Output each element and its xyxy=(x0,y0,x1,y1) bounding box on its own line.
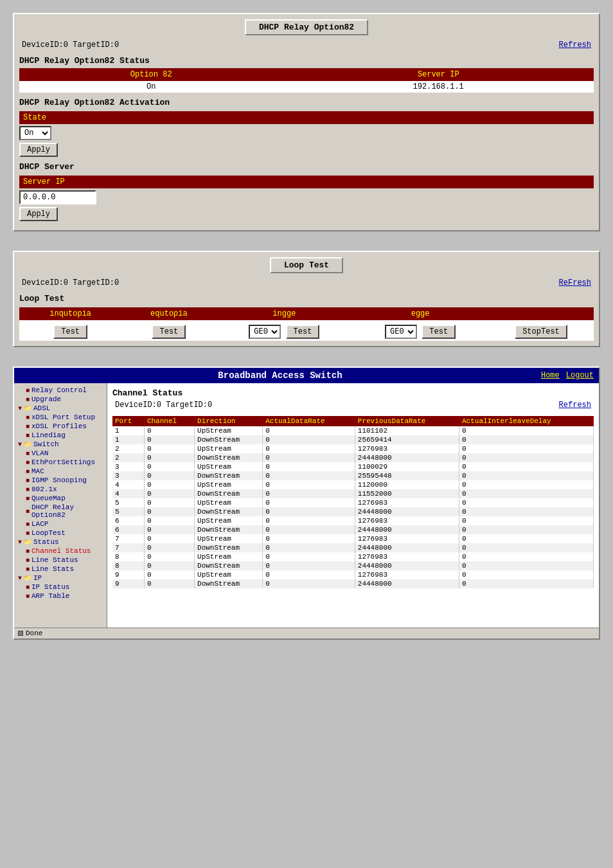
loop-test-col-inqutopia: inqutopia xyxy=(19,307,121,320)
folder-icon-status: ▼ xyxy=(18,539,22,546)
loop-test-col-equtopia: equtopia xyxy=(121,307,216,320)
folder-status: 📁 xyxy=(24,538,31,546)
table-row: 30DownStream0255954480 xyxy=(112,471,594,480)
ch-col-port: Port xyxy=(112,416,144,426)
doc-icon-ip-status: ■ xyxy=(26,584,30,591)
sidebar-item-switch[interactable]: ▼ 📁 Switch xyxy=(17,440,104,449)
scroll-indicator xyxy=(18,631,23,636)
doc-icon-igmp: ■ xyxy=(26,477,30,484)
broadband-titlebar: Broadband Access Switch Home Logout xyxy=(14,368,599,383)
broadband-logout-link[interactable]: Logout xyxy=(566,371,594,380)
sidebar-item-ip-status[interactable]: ■ IP Status xyxy=(24,583,104,592)
dhcp-server-ip-label: Server IP xyxy=(19,176,594,188)
sidebar-item-ethport[interactable]: ■ EthPortSettings xyxy=(24,458,104,467)
sidebar-item-queuemap[interactable]: ■ QueueMap xyxy=(24,494,104,503)
status-done-label: Done xyxy=(26,629,42,637)
broadband-home-link[interactable]: Home xyxy=(541,371,560,380)
broadband-body: ■ Relay Control ■ Upgrade ▼ 📁 ADSL ■ xDS… xyxy=(14,383,599,628)
dhcp-apply-button[interactable]: Apply xyxy=(19,143,58,157)
loop-test-ingge-cell: GE0 GE1 Test xyxy=(217,320,353,341)
dhcp-status-table: Option 82 Server IP On 192.168.1.1 xyxy=(19,68,594,93)
dhcp-relay-device-row: DeviceID:0 TargetID:0 Refresh xyxy=(19,41,594,50)
broadband-content: Channel Status DeviceID:0 TargetID:0 Ref… xyxy=(107,383,599,628)
loop-test-col-empty xyxy=(488,307,594,320)
sidebar-item-status[interactable]: ▼ 📁 Status xyxy=(17,538,104,547)
doc-icon-channel: ■ xyxy=(26,548,30,555)
sidebar-item-upgrade[interactable]: ■ Upgrade xyxy=(24,395,104,404)
channel-status-table: Port Channel Direction ActualDataRate Pr… xyxy=(112,416,594,588)
doc-icon-8021x: ■ xyxy=(26,486,30,493)
sidebar-label-channel-status: Channel Status xyxy=(31,547,91,555)
broadband-status-bar: Done xyxy=(14,628,599,638)
loop-test-ingge-select[interactable]: GE0 GE1 xyxy=(249,325,281,339)
sidebar-item-mac[interactable]: ■ MAC xyxy=(24,467,104,476)
sidebar-item-lacp[interactable]: ■ LACP xyxy=(24,520,104,529)
dhcp-activation-header: DHCP Relay Option82 Activation xyxy=(19,98,594,107)
loop-test-btn3[interactable]: Test xyxy=(286,325,320,339)
loop-test-btn2[interactable]: Test xyxy=(152,325,186,339)
dhcp-server-header: DHCP Server xyxy=(19,162,594,172)
dhcp-relay-title: DHCP Relay Option82 xyxy=(245,19,368,35)
loop-test-egge-cell: GE0 GE1 Test xyxy=(352,320,488,341)
sidebar-item-adsl[interactable]: ▼ 📁 ADSL xyxy=(17,404,104,413)
sidebar-label-looptest: LoopTest xyxy=(31,529,66,537)
sidebar-item-8021x[interactable]: ■ 802.1x xyxy=(24,485,104,494)
table-row: 90DownStream0244480000 xyxy=(112,579,594,588)
doc-icon-queuemap: ■ xyxy=(26,495,30,502)
sidebar-item-linediag[interactable]: ■ Linediag xyxy=(24,431,104,440)
sidebar-item-line-status[interactable]: ■ Line Status xyxy=(24,556,104,565)
sidebar-item-ip[interactable]: ▼ 📁 IP xyxy=(17,574,104,583)
doc-icon-linediag: ■ xyxy=(26,432,30,439)
sidebar-item-igmp[interactable]: ■ IGMP Snooping xyxy=(24,476,104,485)
sidebar-label-ip-status: IP Status xyxy=(31,583,69,591)
dhcp-relay-refresh-link[interactable]: Refresh xyxy=(559,41,591,50)
sidebar-item-arp-table[interactable]: ■ ARP Table xyxy=(24,592,104,601)
loop-test-btn1[interactable]: Test xyxy=(53,325,87,339)
doc-icon-line-status: ■ xyxy=(26,557,30,564)
dhcp-status-header: DHCP Relay Option82 Status xyxy=(19,56,594,66)
loop-test-egge-select[interactable]: GE0 GE1 xyxy=(385,325,417,339)
doc-icon-arp: ■ xyxy=(26,593,30,600)
table-row: 50UpStream012769830 xyxy=(112,498,594,507)
doc-icon-xdsl-port: ■ xyxy=(26,414,30,421)
dhcp-relay-title-bar: DHCP Relay Option82 xyxy=(19,19,594,35)
ch-col-direction: Direction xyxy=(195,416,263,426)
doc-icon-ethport: ■ xyxy=(26,459,30,466)
dhcp-state-select[interactable]: On Off xyxy=(19,126,51,140)
sidebar-item-dhcp-relay[interactable]: ■ DHCP Relay Option82 xyxy=(24,503,104,520)
sidebar-label-upgrade: Upgrade xyxy=(31,395,61,403)
sidebar-item-relay-control[interactable]: ■ Relay Control xyxy=(24,386,104,395)
sidebar-item-xdsl-profiles[interactable]: ■ xDSL Profiles xyxy=(24,422,104,431)
loop-test-device-info: DeviceID:0 TargetID:0 xyxy=(22,278,119,287)
table-row: 40DownStream0115520000 xyxy=(112,489,594,498)
dhcp-apply2-button[interactable]: Apply xyxy=(19,207,58,221)
sidebar-label-ip: IP xyxy=(33,574,42,582)
ch-col-prev-rate: PreviousDataRate xyxy=(355,416,459,426)
sidebar-item-line-stats[interactable]: ■ Line Stats xyxy=(24,565,104,574)
sidebar-label-xdsl-port: xDSL Port Setup xyxy=(31,413,95,421)
sidebar-label-dhcp-relay: DHCP Relay Option82 xyxy=(31,503,103,519)
dhcp-server-ip-input[interactable] xyxy=(19,190,96,204)
sidebar-label-linediag: Linediag xyxy=(31,431,66,439)
loop-test-stoptest-btn[interactable]: StopTest xyxy=(515,325,567,339)
dhcp-server-section: Server IP Apply xyxy=(19,176,594,221)
folder-adsl: 📁 xyxy=(24,404,31,412)
sidebar-item-channel-status[interactable]: ■ Channel Status xyxy=(24,547,104,556)
table-row: 20UpStream012769830 xyxy=(112,444,594,453)
loop-test-table: inqutopia equtopia ingge egge Test Test … xyxy=(19,307,594,341)
channel-status-refresh-link[interactable]: Refresh xyxy=(559,401,591,410)
sidebar-item-xdsl-port[interactable]: ■ xDSL Port Setup xyxy=(24,413,104,422)
table-row: 80UpStream012769830 xyxy=(112,552,594,561)
sidebar-label-igmp: IGMP Snooping xyxy=(31,476,87,484)
doc-icon-vlan: ■ xyxy=(26,450,30,457)
sidebar-item-vlan[interactable]: ■ VLAN xyxy=(24,449,104,458)
sidebar-label-line-status: Line Status xyxy=(31,556,78,564)
doc-icon-lacp: ■ xyxy=(26,521,30,528)
sidebar-label-8021x: 802.1x xyxy=(31,485,57,493)
channel-status-device-row: DeviceID:0 TargetID:0 Refresh xyxy=(112,401,594,410)
loop-test-title: Loop Test xyxy=(270,257,343,273)
loop-test-btn4[interactable]: Test xyxy=(422,325,456,339)
sidebar-item-looptest[interactable]: ■ LoopTest xyxy=(24,529,104,538)
folder-switch: 📁 xyxy=(24,440,31,448)
loop-test-refresh-link[interactable]: ReFresh xyxy=(559,278,591,287)
